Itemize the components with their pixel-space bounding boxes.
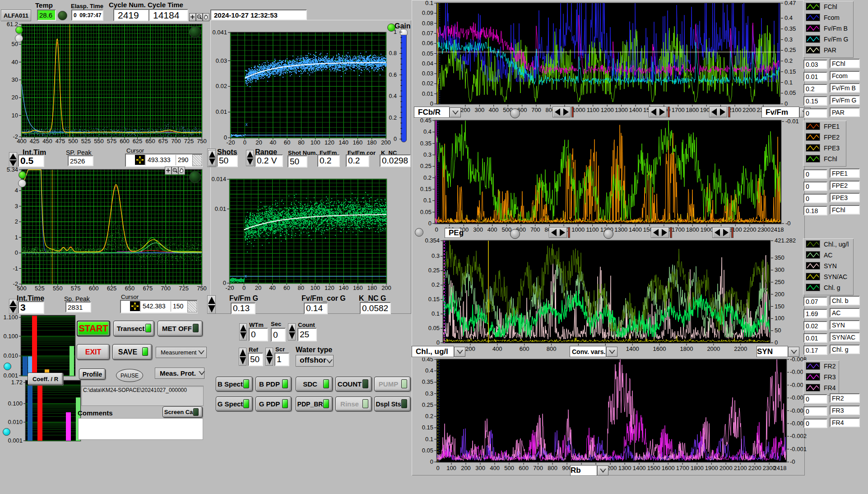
svg-text:550: 550: [94, 138, 104, 144]
svg-text:675: 675: [143, 285, 153, 292]
svg-text:x: x: [246, 122, 248, 127]
svg-text:120: 120: [325, 284, 334, 291]
svg-text:4: 4: [15, 187, 18, 194]
svg-text:200: 200: [775, 291, 784, 298]
svg-text:400: 400: [17, 138, 27, 144]
svg-text:80: 80: [297, 284, 304, 291]
svg-text:2200: 2200: [743, 226, 756, 233]
svg-text:1400: 1400: [626, 345, 639, 352]
svg-text:0.02: 0.02: [422, 80, 433, 87]
svg-text:-0.002: -0.002: [790, 433, 807, 439]
svg-text:525: 525: [35, 285, 45, 292]
svg-text:2200: 2200: [734, 345, 747, 352]
svg-text:1100: 1100: [586, 226, 599, 233]
svg-text:61.2: 61.2: [7, 21, 18, 28]
svg-text:0.25: 0.25: [420, 163, 432, 169]
svg-text:300: 300: [473, 226, 483, 233]
svg-text:100: 100: [446, 465, 456, 471]
svg-text:2200: 2200: [748, 465, 761, 471]
svg-text:725: 725: [179, 285, 189, 292]
svg-text:0.1: 0.1: [425, 0, 433, 6]
svg-text:0.001: 0.001: [3, 372, 18, 379]
svg-text:400: 400: [490, 465, 500, 471]
svg-text:20: 20: [12, 94, 18, 101]
svg-text:1300: 1300: [615, 107, 628, 113]
svg-text:500: 500: [504, 465, 514, 471]
svg-text:1: 1: [15, 234, 18, 241]
svg-text:0.01: 0.01: [215, 205, 226, 212]
svg-text:0.15: 0.15: [422, 424, 433, 431]
svg-text:100: 100: [775, 315, 784, 322]
svg-text:1800: 1800: [686, 226, 699, 233]
svg-text:1600: 1600: [653, 345, 666, 352]
svg-text:0.2: 0.2: [784, 57, 793, 64]
svg-text:1700: 1700: [672, 107, 685, 113]
svg-text:0.04: 0.04: [422, 60, 433, 67]
svg-text:0.354: 0.354: [425, 237, 440, 244]
svg-text:-0.01: -0.01: [785, 118, 799, 125]
svg-text:0: 0: [775, 339, 778, 346]
svg-text:1400: 1400: [629, 226, 642, 233]
svg-text:0.3: 0.3: [432, 252, 440, 259]
svg-text:700: 700: [533, 465, 543, 471]
svg-text:0.07: 0.07: [422, 30, 433, 37]
svg-text:2: 2: [15, 218, 18, 225]
svg-text:0.010: 0.010: [8, 419, 23, 425]
svg-text:0.2: 0.2: [425, 413, 433, 419]
svg-text:0.05: 0.05: [420, 209, 432, 215]
svg-text:600: 600: [89, 285, 99, 292]
svg-text:500: 500: [68, 138, 78, 144]
svg-text:0.3: 0.3: [784, 36, 793, 43]
svg-text:575: 575: [107, 138, 117, 144]
svg-text:-1: -1: [13, 265, 18, 272]
svg-text:0.1: 0.1: [432, 310, 440, 317]
svg-text:0: 0: [784, 100, 788, 107]
svg-text:0.05: 0.05: [422, 447, 433, 454]
svg-text:400: 400: [487, 226, 497, 233]
svg-text:400: 400: [492, 345, 502, 352]
svg-text:1000: 1000: [571, 226, 585, 233]
svg-text:1400: 1400: [629, 107, 642, 113]
svg-text:200: 200: [461, 465, 471, 471]
svg-text:1700: 1700: [676, 465, 689, 471]
svg-text:750: 750: [197, 285, 207, 292]
svg-text:1.72: 1.72: [11, 379, 23, 386]
svg-text:50: 50: [775, 327, 781, 334]
svg-text:0.15: 0.15: [420, 186, 432, 192]
svg-text:0.09: 0.09: [422, 9, 433, 16]
svg-text:180: 180: [367, 139, 377, 146]
svg-text:0.3: 0.3: [423, 151, 432, 158]
svg-text:0.35: 0.35: [784, 25, 796, 32]
svg-text:725: 725: [184, 138, 194, 144]
svg-text:200: 200: [460, 107, 470, 113]
svg-text:1.100: 1.100: [3, 314, 18, 321]
svg-text:2200: 2200: [743, 107, 756, 113]
svg-text:400: 400: [489, 107, 499, 113]
svg-text:0.05: 0.05: [784, 89, 796, 96]
svg-text:300: 300: [775, 266, 784, 273]
svg-text:0: 0: [436, 465, 439, 471]
svg-text:2418: 2418: [771, 226, 784, 233]
svg-text:525: 525: [81, 138, 91, 144]
svg-text:600: 600: [519, 465, 529, 471]
svg-text:-0.001: -0.001: [790, 446, 807, 452]
svg-text:650: 650: [145, 138, 155, 144]
svg-text:0.4: 0.4: [425, 367, 433, 374]
svg-text:800: 800: [548, 465, 557, 471]
svg-text:1600: 1600: [662, 465, 675, 471]
svg-text:700: 700: [530, 226, 540, 233]
svg-text:0: 0: [428, 220, 432, 227]
svg-text:-20: -20: [226, 284, 234, 291]
svg-text:1900: 1900: [700, 226, 713, 233]
svg-text:2100: 2100: [734, 465, 747, 471]
svg-text:150: 150: [775, 303, 784, 310]
svg-text:0.041: 0.041: [212, 29, 227, 36]
svg-text:300: 300: [475, 465, 485, 471]
svg-text:40: 40: [269, 284, 275, 291]
svg-text:0.08: 0.08: [422, 20, 433, 27]
svg-text:0.100: 0.100: [8, 400, 23, 407]
svg-text:350: 350: [775, 254, 784, 261]
svg-text:30: 30: [12, 76, 18, 83]
svg-text:140: 140: [339, 284, 349, 291]
svg-text:140: 140: [339, 139, 348, 146]
